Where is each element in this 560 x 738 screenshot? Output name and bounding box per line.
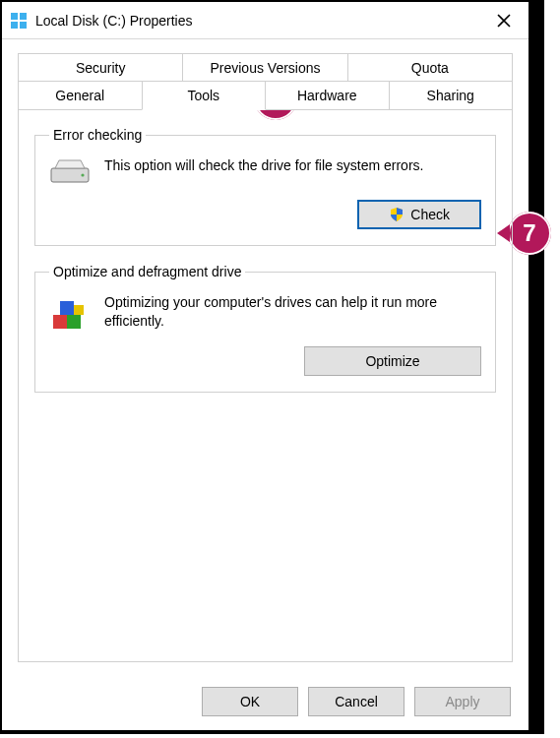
svg-rect-7 [53, 315, 67, 329]
optimize-button[interactable]: Optimize [304, 346, 481, 376]
dialog-content: Security Previous Versions Quota General… [2, 39, 529, 673]
cancel-button[interactable]: Cancel [308, 687, 404, 716]
apply-button[interactable]: Apply [414, 687, 511, 716]
close-icon [497, 14, 511, 28]
svg-rect-8 [67, 315, 81, 329]
svg-rect-3 [20, 22, 27, 29]
tab-security[interactable]: Security [18, 53, 183, 83]
titlebar: Local Disk (C:) Properties [2, 2, 529, 39]
tab-general[interactable]: General [18, 81, 143, 110]
svg-rect-1 [20, 13, 27, 20]
shield-icon [389, 207, 404, 222]
properties-dialog: Local Disk (C:) Properties Security Prev… [0, 0, 544, 734]
svg-rect-0 [11, 13, 18, 20]
group-legend: Optimize and defragment drive [49, 264, 245, 279]
tab-label: Security [76, 60, 126, 76]
svg-rect-2 [11, 22, 18, 29]
tab-quota[interactable]: Quota [347, 53, 513, 83]
drive-app-icon [10, 12, 28, 30]
tab-hardware[interactable]: Hardware [265, 81, 390, 110]
optimize-description: Optimizing your computer's drives can he… [104, 293, 481, 331]
defrag-icon [49, 293, 91, 335]
tab-label: Quota [411, 60, 449, 76]
drive-icon [49, 156, 91, 188]
tab-previous-versions[interactable]: Previous Versions [182, 53, 347, 83]
tab-sharing[interactable]: Sharing [389, 81, 514, 110]
button-label: Cancel [335, 694, 378, 709]
check-button-label: Check [410, 207, 450, 222]
dialog-button-row: OK Cancel Apply [202, 687, 511, 716]
tab-label: Previous Versions [210, 60, 320, 76]
svg-rect-9 [60, 301, 74, 315]
tab-label: Sharing [427, 88, 474, 103]
tab-strip: Security Previous Versions Quota General… [18, 53, 513, 110]
tab-row-back: Security Previous Versions Quota [18, 53, 513, 83]
tab-panel-tools: Error checking This option will check th… [18, 109, 513, 662]
close-button[interactable] [481, 2, 527, 38]
ok-button[interactable]: OK [202, 687, 298, 716]
button-label: OK [240, 694, 260, 709]
optimize-button-label: Optimize [365, 353, 419, 369]
check-button[interactable]: Check [357, 200, 481, 229]
tab-label: Tools [187, 88, 219, 103]
window-title: Local Disk (C:) Properties [35, 13, 481, 29]
tab-label: General [55, 88, 104, 103]
tab-tools[interactable]: Tools [142, 81, 267, 110]
group-legend: Error checking [49, 127, 146, 143]
svg-marker-5 [55, 160, 85, 168]
button-label: Apply [445, 694, 479, 709]
group-optimize: Optimize and defragment drive Optimizing… [34, 264, 496, 393]
error-checking-description: This option will check the drive for fil… [104, 156, 481, 175]
svg-rect-10 [74, 305, 84, 315]
group-error-checking: Error checking This option will check th… [34, 127, 496, 246]
svg-point-6 [81, 173, 84, 176]
tab-row-front: General Tools Hardware Sharing [18, 81, 513, 110]
tab-label: Hardware [297, 88, 357, 103]
